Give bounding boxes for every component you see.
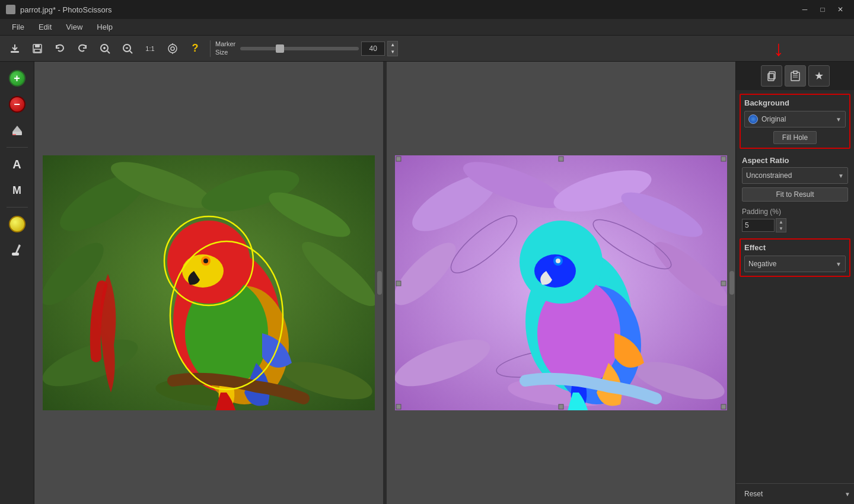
- fill-hole-row: Fill Hole: [744, 131, 846, 144]
- right-panel-scrollbar[interactable]: [729, 271, 734, 295]
- svg-line-7: [107, 51, 110, 53]
- zoom-1to1-button[interactable]: 1:1: [140, 39, 160, 59]
- save-button[interactable]: [27, 39, 47, 59]
- red-circle-icon: −: [9, 96, 26, 113]
- tab-star[interactable]: ★: [808, 65, 830, 87]
- spacer: [736, 280, 854, 483]
- aspect-ratio-dropdown[interactable]: Unconstrained ▼: [742, 167, 848, 184]
- undo-button[interactable]: [50, 39, 70, 59]
- svg-rect-3: [34, 49, 40, 52]
- right-bottom: Reset ▼: [736, 483, 854, 504]
- fill-hole-button[interactable]: Fill Hole: [773, 131, 817, 144]
- zoom-in-button[interactable]: [95, 39, 115, 59]
- menu-view[interactable]: View: [59, 20, 90, 34]
- padding-input-row: ▲ ▼: [742, 218, 848, 232]
- marker-size-slider[interactable]: [240, 47, 359, 50]
- app-icon: [6, 5, 15, 14]
- left-separator-2: [7, 207, 28, 208]
- svg-rect-0: [11, 51, 19, 53]
- reset-button[interactable]: Reset: [740, 487, 767, 500]
- marker-size-slider-container: 40 ▲ ▼: [240, 41, 398, 56]
- menu-edit[interactable]: Edit: [31, 20, 59, 34]
- svg-marker-19: [15, 244, 21, 253]
- help-button[interactable]: ?: [185, 39, 205, 59]
- svg-rect-62: [721, 157, 726, 161]
- svg-rect-2: [35, 44, 40, 47]
- eraser-button[interactable]: [5, 119, 29, 142]
- red-arrow-indicator: ↓: [773, 38, 784, 59]
- aspect-ratio-value: Unconstrained: [746, 171, 838, 180]
- minimize-button[interactable]: ─: [797, 4, 812, 15]
- yellow-circle-icon: [9, 216, 26, 232]
- effect-title: Effect: [744, 243, 846, 252]
- redo-button[interactable]: [72, 39, 93, 59]
- text-a-button[interactable]: A: [5, 152, 29, 176]
- brush-button[interactable]: [5, 238, 29, 262]
- svg-rect-64: [721, 404, 726, 409]
- toolbar: 1:1 ? Marker Size 40 ▲ ▼ ↓: [0, 36, 854, 62]
- red-marker-button[interactable]: −: [5, 92, 29, 116]
- yellow-tool-button[interactable]: [5, 212, 29, 236]
- aspect-ratio-title: Aspect Ratio: [742, 156, 848, 165]
- titlebar-title: parrot.jpg* - PhotoScissors: [20, 5, 112, 14]
- tab-copy[interactable]: [761, 65, 782, 87]
- effect-dropdown-arrow: ▼: [836, 261, 842, 267]
- titlebar: parrot.jpg* - PhotoScissors ─ □ ✕: [0, 0, 854, 19]
- fit-to-result-button[interactable]: Fit to Result: [742, 187, 848, 202]
- padding-spin: ▲ ▼: [776, 218, 786, 232]
- right-settings-panel: ★ Background Original ▼ Fill Hole Aspect…: [735, 62, 854, 504]
- svg-rect-65: [559, 404, 563, 409]
- background-dropdown[interactable]: Original ▼: [744, 111, 846, 127]
- left-parrot-container: [43, 155, 375, 410]
- background-dropdown-arrow: ▼: [836, 116, 842, 123]
- padding-input[interactable]: [742, 219, 775, 232]
- menu-file[interactable]: File: [5, 20, 31, 34]
- menu-help[interactable]: Help: [90, 20, 120, 34]
- effect-dropdown[interactable]: Negative ▼: [744, 256, 846, 272]
- background-dropdown-value: Original: [761, 115, 836, 123]
- svg-line-10: [130, 51, 132, 53]
- marker-size-down[interactable]: ▼: [388, 49, 397, 56]
- svg-rect-63: [396, 404, 401, 409]
- left-image-panel[interactable]: [34, 62, 383, 504]
- toolbar-separator: [210, 40, 211, 57]
- svg-rect-17: [12, 134, 16, 135]
- right-image-panel[interactable]: [387, 62, 735, 504]
- tab-clipboard[interactable]: [785, 65, 806, 87]
- effect-dropdown-value: Negative: [748, 260, 836, 268]
- right-parrot-svg: [395, 155, 727, 410]
- left-separator-1: [7, 147, 28, 148]
- maximize-button[interactable]: □: [815, 4, 830, 15]
- green-circle-icon: +: [9, 70, 26, 87]
- titlebar-controls: ─ □ ✕: [797, 4, 848, 15]
- marker-size-spin: ▲ ▼: [387, 41, 398, 56]
- close-button[interactable]: ✕: [833, 4, 848, 15]
- green-marker-button[interactable]: +: [5, 66, 29, 90]
- right-parrot-container: [395, 155, 727, 410]
- padding-title: Padding (%): [742, 208, 848, 216]
- text-m-button[interactable]: M: [5, 178, 29, 202]
- main-layout: + − A M: [0, 62, 854, 504]
- left-toolbar: + − A M: [0, 62, 34, 504]
- left-panel-scrollbar[interactable]: [377, 271, 382, 295]
- background-section: Background Original ▼ Fill Hole: [740, 94, 850, 149]
- zoom-fit-button[interactable]: [162, 39, 183, 59]
- svg-rect-67: [396, 281, 401, 286]
- marker-size-label: Marker Size: [215, 40, 235, 56]
- padding-up[interactable]: ▲: [776, 219, 786, 225]
- background-title: Background: [744, 98, 846, 107]
- effect-section: Effect Negative ▼: [740, 238, 850, 277]
- svg-point-11: [168, 44, 177, 53]
- aspect-ratio-arrow: ▼: [838, 173, 844, 179]
- padding-down[interactable]: ▼: [776, 225, 786, 232]
- menubar: File Edit View Help: [0, 19, 854, 36]
- reset-arrow-icon: ▼: [845, 491, 850, 497]
- svg-point-60: [556, 259, 560, 263]
- marker-size-up[interactable]: ▲: [388, 42, 397, 49]
- import-button[interactable]: [5, 39, 25, 59]
- svg-rect-18: [12, 253, 19, 256]
- right-tabs: ★: [736, 62, 854, 90]
- zoom-out-button[interactable]: [117, 39, 138, 59]
- svg-point-12: [171, 47, 174, 50]
- titlebar-left: parrot.jpg* - PhotoScissors: [6, 5, 112, 14]
